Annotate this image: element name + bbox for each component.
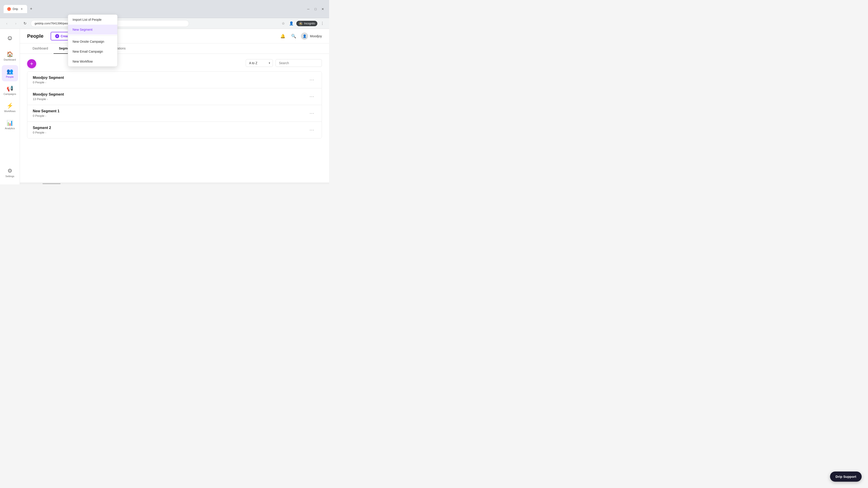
sidebar-item-dashboard[interactable]: 🏠 Dashboard <box>2 48 18 64</box>
dropdown-item-new-workflow[interactable]: New Workflow <box>68 57 117 66</box>
tab-title: Drip <box>13 7 18 11</box>
tab-close-btn[interactable]: ✕ <box>20 7 24 11</box>
people-icon: 👥 <box>6 68 13 74</box>
segment-count-arrow: › <box>45 131 46 134</box>
table-row[interactable]: Segment 2 0 People › ··· <box>27 122 322 138</box>
main-content: People + Create 🔔 🔍 👤 Moodjoy Dashboard … <box>20 29 329 184</box>
horizontal-scrollbar[interactable] <box>20 183 329 184</box>
tab-dashboard[interactable]: Dashboard <box>27 43 54 54</box>
segment-count-arrow: › <box>47 98 48 101</box>
segment-count: 0 People › <box>33 114 59 118</box>
create-plus-icon: + <box>55 34 59 38</box>
dashboard-icon: 🏠 <box>6 51 13 57</box>
incognito-label: Incognito <box>304 22 315 25</box>
sidebar-item-workflows[interactable]: ⚡ Workflows <box>2 99 18 116</box>
segment-more-btn[interactable]: ··· <box>308 76 316 83</box>
segment-name: Moodjoy Segment <box>33 76 64 80</box>
user-info[interactable]: 👤 Moodjoy <box>301 33 322 40</box>
profile-btn[interactable]: 👤 <box>288 20 294 27</box>
window-close-btn[interactable]: ✕ <box>320 6 326 12</box>
search-btn[interactable]: 🔍 <box>290 33 297 40</box>
star-btn[interactable]: ☆ <box>280 20 286 27</box>
sidebar-item-settings[interactable]: ⚙ Settings <box>2 164 18 181</box>
menu-btn[interactable]: ⋮ <box>319 20 326 27</box>
workflows-icon: ⚡ <box>6 103 13 109</box>
segment-info: Moodjoy Segment 13 People › <box>33 92 64 101</box>
dropdown-item-new-segment[interactable]: New Segment <box>68 25 117 35</box>
segment-name: Moodjoy Segment <box>33 92 64 96</box>
header-actions: 🔔 🔍 👤 Moodjoy <box>279 33 322 40</box>
table-row[interactable]: Moodjoy Segment 0 People › ··· <box>27 72 322 88</box>
user-avatar: 👤 <box>301 33 308 40</box>
window-controls: ─ □ ✕ <box>306 6 326 12</box>
sidebar-label-people: People <box>6 75 13 78</box>
analytics-icon: 📊 <box>6 120 13 126</box>
sidebar-label-dashboard: Dashboard <box>4 58 16 61</box>
refresh-btn[interactable]: ↻ <box>22 20 28 27</box>
segment-name: Segment 2 <box>33 126 51 130</box>
segment-count: 0 People › <box>33 131 51 134</box>
sidebar-label-settings: Settings <box>5 175 14 177</box>
page-title: People <box>27 33 43 39</box>
table-row[interactable]: New Segment 1 0 People › ··· <box>27 105 322 122</box>
segment-count-arrow: › <box>45 115 46 117</box>
settings-icon: ⚙ <box>7 168 12 174</box>
sidebar: ☺ 🏠 Dashboard 👥 People 📢 Campaigns ⚡ Wor… <box>0 29 20 184</box>
segment-more-btn[interactable]: ··· <box>308 110 316 117</box>
window-maximize-btn[interactable]: □ <box>313 6 318 12</box>
segment-more-btn[interactable]: ··· <box>308 93 316 100</box>
active-tab[interactable]: 🐙 Drip ✕ <box>4 5 27 13</box>
sidebar-logo: ☺ <box>4 33 16 43</box>
tab-bar: 🐙 Drip ✕ + <box>4 5 34 13</box>
window-minimize-btn[interactable]: ─ <box>306 6 311 12</box>
search-input[interactable] <box>276 59 322 67</box>
campaigns-icon: 📢 <box>6 86 13 92</box>
segment-name: New Segment 1 <box>33 109 59 113</box>
segment-count-arrow: › <box>45 81 46 84</box>
sidebar-label-analytics: Analytics <box>5 127 15 130</box>
address-bar-row: ‹ › ↻ getdrip.com/7641396/people/segment… <box>0 18 329 29</box>
sidebar-item-campaigns[interactable]: 📢 Campaigns <box>2 82 18 98</box>
browser-chrome: 🐙 Drip ✕ + ─ □ ✕ <box>0 0 329 18</box>
sort-select[interactable]: A to Z Z to A Newest Oldest <box>246 59 273 67</box>
segment-info: Moodjoy Segment 0 People › <box>33 76 64 84</box>
sidebar-item-analytics[interactable]: 📊 Analytics <box>2 117 18 133</box>
segment-more-btn[interactable]: ··· <box>308 127 316 133</box>
notifications-btn[interactable]: 🔔 <box>279 33 286 40</box>
incognito-icon: 🕵 <box>299 22 303 26</box>
browser-actions: ☆ 👤 🕵 Incognito ⋮ <box>280 20 326 27</box>
dropdown-divider <box>68 35 117 36</box>
sidebar-label-workflows: Workflows <box>4 110 16 112</box>
segment-info: New Segment 1 0 People › <box>33 109 59 118</box>
new-tab-btn[interactable]: + <box>28 6 34 12</box>
segment-list: Moodjoy Segment 0 People › ··· Moodjoy S… <box>27 71 322 138</box>
forward-btn[interactable]: › <box>13 20 19 27</box>
logo-icon: ☺ <box>6 34 13 41</box>
segment-count: 0 People › <box>33 80 64 84</box>
dropdown-item-new-onsite[interactable]: New Onsite Campaign <box>68 37 117 46</box>
scroll-thumb[interactable] <box>42 183 61 184</box>
table-row[interactable]: Moodjoy Segment 13 People › ··· <box>27 88 322 105</box>
segment-count: 13 People › <box>33 97 64 101</box>
tab-favicon: 🐙 <box>7 7 11 11</box>
back-btn[interactable]: ‹ <box>4 20 10 27</box>
sidebar-label-campaigns: Campaigns <box>4 93 16 95</box>
sidebar-item-people[interactable]: 👥 People <box>2 65 18 81</box>
add-segment-btn[interactable]: + <box>27 59 36 68</box>
content-area: + A to Z Z to A Newest Oldest Moo <box>20 54 329 183</box>
dropdown-item-import[interactable]: Import List of People <box>68 15 117 25</box>
page-header: People + Create 🔔 🔍 👤 Moodjoy <box>20 29 329 43</box>
create-dropdown-menu: Import List of People New Segment New On… <box>68 14 118 67</box>
app-container: ☺ 🏠 Dashboard 👥 People 📢 Campaigns ⚡ Wor… <box>0 29 329 184</box>
segment-info: Segment 2 0 People › <box>33 126 51 134</box>
nav-tabs: Dashboard Segments Properties Operations <box>20 43 329 54</box>
sort-wrapper: A to Z Z to A Newest Oldest <box>246 59 273 67</box>
incognito-badge: 🕵 Incognito <box>296 21 317 26</box>
dropdown-item-new-email[interactable]: New Email Campaign <box>68 46 117 57</box>
user-name: Moodjoy <box>310 34 322 38</box>
